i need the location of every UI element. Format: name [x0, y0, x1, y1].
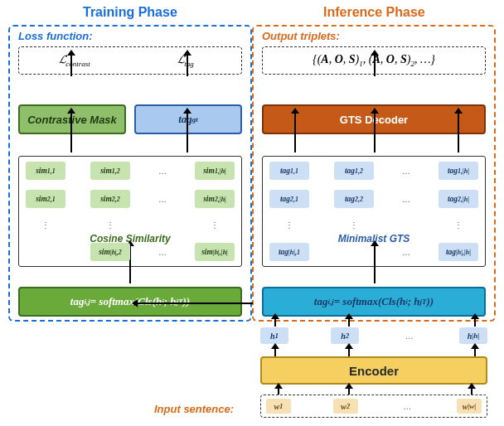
arrow-icon — [348, 388, 350, 395]
hdots: … — [399, 248, 414, 257]
input-sentence-label: Input sentence: — [154, 403, 234, 415]
training-phase-label: Training Phase — [83, 5, 177, 20]
arrow-icon — [137, 303, 253, 304]
arrow-icon — [458, 113, 459, 152]
w-cell: w|w| — [457, 399, 482, 414]
sim-cell: sim|h|,|h| — [195, 243, 235, 261]
arrow-icon — [474, 318, 476, 327]
hdots: … — [399, 167, 414, 176]
w-cell: w2 — [333, 399, 358, 414]
vdots: ⋮ — [334, 218, 374, 233]
hdots: … — [155, 167, 170, 176]
h-cell: h2 — [331, 327, 359, 344]
tag-cell: tag1,2 — [334, 162, 374, 180]
tag-cell: tag|h|,|h| — [439, 243, 478, 261]
hdots: … — [155, 195, 170, 204]
arrow-icon — [274, 318, 276, 327]
input-tokens-box: w1 w2 … w|w| — [260, 395, 487, 418]
tag-cell: tag2,2 — [334, 190, 374, 208]
loss-function-title: Loss function: — [18, 30, 93, 42]
loss-box: 𝓛contrast 𝓛tag — [18, 46, 242, 75]
hidden-states-row: h1 h2 … h|h| — [260, 327, 487, 345]
sim-cell: sim2,2 — [90, 190, 130, 208]
training-mid-row: Contrastive Mask taggt — [18, 104, 242, 134]
hdots: … — [155, 248, 170, 257]
h-cell: h|h| — [459, 327, 487, 344]
vdots: ⋮ — [26, 218, 65, 233]
tag-cell: tag2,1 — [269, 190, 309, 208]
arrow-icon — [187, 113, 188, 152]
tag-cell: tag1,1 — [269, 162, 309, 180]
arrow-icon — [274, 348, 276, 356]
sim-cell: sim2,1 — [26, 190, 65, 208]
cosine-similarity-grid: Cosine Similarity sim1,1 sim1,2 … sim1,|… — [18, 156, 242, 267]
arrow-icon — [348, 348, 350, 356]
arrow-icon — [70, 113, 72, 152]
arrow-icon — [374, 113, 376, 152]
softmax-inference: tagi,j = softmax​(Cls(hi; hjT)) — [262, 287, 486, 317]
softmax-training: tagi,j = softmax​(Cls(hi; hjT)) — [18, 287, 242, 317]
vdots — [399, 218, 414, 233]
arrow-icon — [70, 55, 72, 76]
minimalist-gts-grid: Minimalist GTS tag1,1 tag1,2 … tag1,|h| … — [262, 156, 486, 267]
vdots: ⋮ — [195, 218, 235, 233]
inference-phase-label: Inference Phase — [323, 5, 425, 20]
arrow-icon — [294, 113, 296, 152]
tag-cell: tag1,|h| — [439, 162, 478, 180]
arrow-icon — [278, 388, 279, 395]
sim-cell: sim|h|,2 — [90, 243, 130, 261]
output-triplets-title: Output triplets: — [262, 30, 340, 42]
w-cell: w1 — [266, 399, 291, 414]
hdots: … — [399, 195, 414, 204]
vdots: ⋮ — [269, 218, 309, 233]
tag-cell: tag2,|h| — [439, 190, 478, 208]
sim-cell: sim1,1 — [26, 162, 65, 180]
sim-cell: sim1,2 — [90, 162, 130, 180]
arrow-icon — [474, 348, 476, 356]
arrow-icon — [187, 55, 188, 76]
arrow-icon — [471, 388, 472, 395]
hdots: … — [402, 332, 417, 341]
vdots: ⋮ — [439, 218, 478, 233]
arrow-icon — [348, 318, 350, 327]
encoder-block: Encoder — [260, 356, 487, 385]
sim-cell: sim2,|h| — [195, 190, 235, 208]
sim-cell: sim1,|h| — [195, 162, 235, 180]
arrow-icon — [374, 55, 376, 76]
vdots: ⋮ — [90, 218, 130, 233]
h-cell: h1 — [260, 327, 288, 344]
vdots — [155, 218, 170, 233]
tag-cell: tag|h|,1 — [269, 243, 309, 261]
hdots: … — [400, 402, 414, 411]
